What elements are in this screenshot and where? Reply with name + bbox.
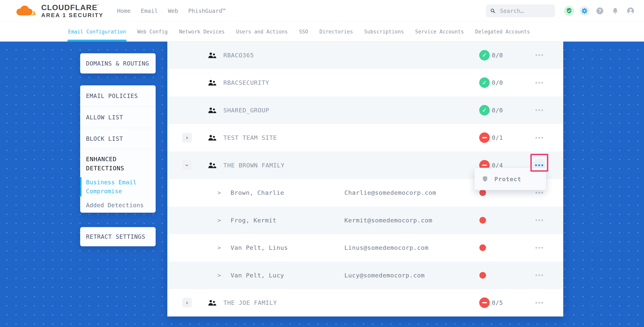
member-name: Frog, Kermit — [230, 217, 276, 224]
sidebar-item-block-list[interactable]: BLOCK LIST — [80, 128, 156, 149]
tab-web-config[interactable]: Web Config — [137, 22, 168, 41]
member-email: Kermit@somedemocorp.com — [344, 217, 432, 224]
status-unprotected-dot — [480, 189, 486, 196]
top-nav-item-web[interactable]: Web — [168, 7, 178, 14]
collapse-button[interactable]: › — [182, 160, 192, 170]
ellipsis-dot — [541, 82, 543, 84]
help-icon[interactable]: ? — [592, 3, 608, 19]
ellipsis-dot — [541, 302, 543, 304]
group-icon — [208, 79, 217, 86]
tab-subscriptions[interactable]: Subscriptions — [364, 22, 404, 41]
table-row[interactable]: RBACO365✓0/0 — [167, 41, 563, 69]
sidebar-item-email-policies[interactable]: EMAIL POLICIES — [80, 85, 156, 107]
row-menu-button[interactable] — [533, 49, 546, 62]
ellipsis-dot — [536, 192, 537, 194]
ellipsis-dot — [541, 54, 543, 56]
protected-count: 0/4 — [492, 162, 503, 169]
protect-menu-item[interactable]: Protect — [494, 176, 521, 183]
status-unprotected-badge — [479, 132, 490, 143]
table-row[interactable]: >Van Pelt, LucyLucy@somedemocorp.com — [167, 262, 563, 289]
group-name: SHARED_GROUP — [223, 107, 269, 114]
row-menu-button[interactable] — [533, 104, 546, 117]
group-name: RBACSECURITY — [223, 79, 269, 86]
tab-directories[interactable]: Directories — [320, 22, 353, 41]
expand-button[interactable]: › — [182, 298, 192, 308]
table-row[interactable]: ›TEST TEAM SITE0/1 — [167, 124, 563, 152]
cloudflare-logo[interactable]: CLOUDFLARE’ AREA 1 SECURITY — [13, 2, 104, 19]
ellipsis-dot — [538, 109, 540, 111]
minus-icon — [482, 302, 487, 303]
tab-service-accounts[interactable]: Service Accounts — [415, 22, 464, 41]
group-name: RBACO365 — [223, 52, 254, 59]
check-icon: ✓ — [482, 107, 487, 113]
sidebar-item-added-detections[interactable]: Added Detections — [86, 201, 150, 210]
sidebar-label: BLOCK LIST — [86, 135, 123, 142]
sidebar-label: EMAIL POLICIES — [86, 92, 138, 99]
protected-count: 0/1 — [492, 134, 503, 141]
group-icon — [208, 299, 217, 307]
sidebar-item-domains-routing[interactable]: DOMAINS & ROUTING — [80, 53, 156, 73]
top-nav-item-phishguard[interactable]: PhishGuard™ — [188, 7, 226, 14]
group-icon — [208, 134, 217, 142]
protected-count: 0/0 — [492, 79, 503, 86]
sidebar-label: RETRACT SETTINGS — [86, 233, 145, 240]
chevron-icon: › — [185, 300, 189, 306]
table-row[interactable]: >Frog, KermitKermit@somedemocorp.com — [167, 206, 563, 234]
shield-icon — [482, 176, 488, 183]
top-nav-item-email[interactable]: Email — [141, 7, 158, 14]
sidebar-item-business-email-compromise[interactable]: Business Email Compromise — [86, 178, 150, 196]
brand-subtitle: AREA 1 SECURITY — [41, 12, 104, 18]
row-menu-button[interactable] — [533, 76, 546, 89]
sidebar-item-retract-settings[interactable]: RETRACT SETTINGS — [80, 227, 156, 246]
ellipsis-dot — [536, 219, 537, 221]
search-box[interactable] — [486, 4, 555, 17]
row-menu-button[interactable] — [533, 131, 546, 144]
member-name: Brown, Charlie — [230, 189, 284, 196]
content-area: DOMAINS & ROUTING EMAIL POLICIES ALLOW L… — [0, 41, 644, 327]
header-icons: ? — [561, 3, 638, 19]
ellipsis-dot — [541, 109, 543, 111]
notifications-bell-icon[interactable] — [608, 3, 623, 19]
sidebar-label: ALLOW LIST — [86, 114, 123, 121]
member-caret-icon: > — [218, 189, 221, 196]
minus-icon — [482, 137, 487, 138]
row-menu-button[interactable] — [533, 214, 546, 227]
status-protected-badge: ✓ — [479, 105, 490, 115]
status-protected-badge: ✓ — [479, 50, 490, 60]
ellipsis-dot — [541, 247, 543, 249]
tab-users-and-actions[interactable]: Users and Actions — [236, 22, 288, 41]
row-menu-button[interactable] — [533, 269, 546, 282]
row-menu-button[interactable] — [533, 241, 546, 254]
ellipsis-dot — [536, 274, 537, 276]
member-caret-icon: > — [218, 217, 221, 224]
brand-name: CLOUDFLARE’ — [41, 4, 104, 11]
app-screen: CLOUDFLARE’ AREA 1 SECURITY HomeEmailWeb… — [0, 0, 644, 327]
tab-email-configuration[interactable]: Email Configuration — [68, 22, 126, 41]
tab-sso[interactable]: SSO — [299, 22, 308, 41]
top-nav-item-home[interactable]: Home — [117, 7, 131, 14]
table-row[interactable]: RBACSECURITY✓0/0 — [167, 69, 563, 97]
account-user-icon[interactable] — [623, 3, 638, 19]
row-menu-button[interactable] — [533, 296, 546, 309]
search-input[interactable] — [500, 7, 551, 14]
tab-network-devices[interactable]: Network Devices — [179, 22, 225, 41]
group-icon — [208, 299, 217, 307]
table-row[interactable]: SHARED_GROUP✓0/0 — [167, 96, 563, 124]
ellipsis-dot — [536, 302, 537, 304]
expand-button[interactable]: › — [182, 133, 192, 142]
ellipsis-dot — [538, 247, 540, 249]
header-right: ? — [486, 3, 638, 19]
ellipsis-dot — [541, 192, 543, 194]
member-caret-icon: > — [218, 272, 221, 279]
table-row[interactable]: ›THE JOE FAMILY0/5 — [167, 289, 563, 317]
settings-gear-icon[interactable] — [577, 3, 592, 19]
chevron-icon: › — [185, 135, 189, 141]
tab-delegated-accounts[interactable]: Delegated Accounts — [475, 22, 530, 41]
status-protected-badge: ✓ — [479, 77, 490, 88]
member-name: Van Pelt, Linus — [230, 244, 288, 251]
table-row[interactable]: >Van Pelt, LinusLinus@somedemocorp.com — [167, 234, 563, 262]
sidebar-item-allow-list[interactable]: ALLOW LIST — [80, 107, 156, 128]
shield-check-icon[interactable] — [561, 3, 577, 19]
ellipsis-dot — [538, 192, 540, 194]
enhanced-detections-title[interactable]: ENHANCED DETECTIONS — [86, 155, 150, 173]
